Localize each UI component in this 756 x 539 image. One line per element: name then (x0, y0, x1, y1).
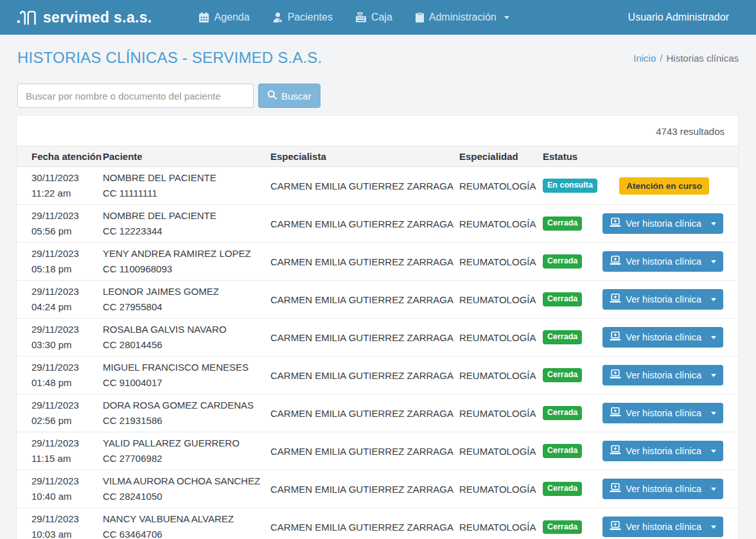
patient-name: NANCY VALBUENA ALVAREZ (103, 511, 270, 527)
table-header-row: Fecha atención Paciente Especialista Esp… (17, 146, 738, 167)
nav-item-administracion[interactable]: Administración (416, 12, 509, 23)
patient-name: YALID PALLAREZ GUERRERO (103, 436, 270, 451)
chevron-down-icon (711, 374, 716, 377)
specialty: REUMATOLOGÍA (459, 446, 536, 457)
patient-document: CC 28241050 (103, 489, 270, 504)
view-history-button[interactable]: Ver historia clínica (602, 289, 723, 310)
laptop-medical-icon (610, 331, 621, 343)
attention-time: 11:15 am (31, 451, 103, 466)
view-history-label: Ver historia clínica (626, 484, 701, 494)
table-row: 29/11/2023 02:56 pm DORA ROSA GOMEZ CARD… (17, 394, 738, 432)
cash-register-icon (356, 12, 366, 22)
specialty: REUMATOLOGÍA (459, 370, 536, 381)
patient-document: CC 28014456 (103, 337, 270, 353)
nav-item-caja[interactable]: Caja (356, 12, 392, 23)
nav-item-pacientes[interactable]: Pacientes (273, 12, 333, 23)
column-header-actions (601, 146, 738, 167)
specialty: REUMATOLOGÍA (459, 522, 536, 533)
laptop-medical-icon (610, 294, 621, 305)
specialist-name: CARMEN EMILIA GUTIERREZ ZARRAGA (270, 370, 453, 381)
view-history-button[interactable]: Ver historia clínica (602, 441, 723, 461)
view-history-button[interactable]: Ver historia clínica (602, 327, 723, 348)
patient-name: LEONOR JAIMES GOMEZ (103, 284, 270, 299)
specialty: REUMATOLOGÍA (459, 218, 536, 229)
attention-date: 29/11/2023 (31, 473, 103, 489)
chevron-down-icon (711, 412, 716, 415)
chevron-down-icon (711, 450, 716, 453)
attention-time: 01:48 pm (31, 375, 103, 391)
laptop-medical-icon (610, 483, 621, 495)
patient-document: CC 1100968093 (103, 261, 270, 277)
attention-date: 29/11/2023 (31, 436, 103, 451)
patient-document: CC 63464706 (103, 527, 270, 539)
view-history-button[interactable]: Ver historia clínica (602, 479, 723, 499)
attention-time: 05:18 pm (31, 261, 103, 277)
status-badge: Cerrada (543, 406, 582, 420)
specialist-name: CARMEN EMILIA GUTIERREZ ZARRAGA (270, 332, 453, 343)
status-badge: Cerrada (543, 368, 582, 382)
patient-name: NOMBRE DEL PACIENTE (103, 170, 270, 186)
laptop-medical-icon (610, 369, 621, 381)
records-table: Fecha atención Paciente Especialista Esp… (17, 146, 738, 539)
patient-document: CC 21931586 (103, 413, 270, 429)
attention-date: 29/11/2023 (31, 398, 103, 413)
specialist-name: CARMEN EMILIA GUTIERREZ ZARRAGA (270, 408, 453, 419)
view-history-button[interactable]: Ver historia clínica (602, 251, 723, 272)
status-badge: En consulta (543, 179, 597, 192)
view-history-label: Ver historia clínica (626, 218, 701, 229)
search-button[interactable]: Buscar (258, 84, 321, 108)
patient-document: CC 91004017 (103, 375, 270, 391)
patient-name: VILMA AURORA OCHOA SANCHEZ (103, 473, 270, 489)
attention-time: 10:40 am (31, 489, 103, 504)
nav-item-agenda[interactable]: Agenda (199, 12, 249, 23)
table-row: 29/11/2023 04:24 pm LEONOR JAIMES GOMEZ … (17, 281, 738, 319)
patient-document: CC 11111111 (103, 186, 270, 201)
attention-time: 03:30 pm (31, 337, 103, 353)
view-history-button[interactable]: Ver historia clínica (602, 213, 723, 234)
column-header-especialista: Especialista (270, 146, 459, 167)
brand[interactable]: servimed s.a.s. (17, 8, 152, 27)
chevron-down-icon (711, 488, 716, 491)
laptop-medical-icon (610, 407, 621, 419)
attention-time: 05:56 pm (31, 224, 103, 239)
chevron-down-icon (711, 336, 716, 339)
chevron-down-icon (711, 222, 716, 225)
view-history-label: Ver historia clínica (626, 256, 701, 267)
breadcrumb-current: Historias clínicas (666, 53, 739, 64)
view-history-label: Ver historia clínica (626, 522, 701, 532)
breadcrumb-inicio[interactable]: Inicio (633, 53, 656, 64)
chevron-down-icon (711, 526, 716, 529)
status-badge: Cerrada (543, 254, 582, 268)
calendar-icon (199, 12, 209, 22)
attention-time: 10:03 am (31, 527, 103, 539)
page-header: HISTORIAS CLÍNICAS - SERVIMED S.A.S. Ini… (0, 35, 756, 67)
nav-user[interactable]: Usuario Administrador (628, 12, 729, 23)
patient-name: DORA ROSA GOMEZ CARDENAS (103, 398, 270, 413)
attention-time: 02:56 pm (31, 413, 103, 429)
table-row: 29/11/2023 03:30 pm ROSALBA GALVIS NAVAR… (17, 319, 738, 357)
view-history-button[interactable]: Ver historia clínica (602, 365, 723, 385)
specialist-name: CARMEN EMILIA GUTIERREZ ZARRAGA (270, 218, 453, 229)
specialist-name: CARMEN EMILIA GUTIERREZ ZARRAGA (270, 446, 453, 457)
specialty: REUMATOLOGÍA (459, 294, 536, 305)
patient-name: NOMBRE DEL PACIENTE (103, 208, 270, 224)
attention-date: 30/11/2023 (31, 170, 103, 186)
brand-text: servimed s.a.s. (43, 9, 152, 26)
patient-document: CC 12223344 (103, 224, 270, 239)
view-history-label: Ver historia clínica (626, 332, 701, 342)
specialist-name: CARMEN EMILIA GUTIERREZ ZARRAGA (270, 256, 453, 267)
patient-document: CC 27955804 (103, 299, 270, 315)
view-history-button[interactable]: Ver historia clínica (602, 517, 723, 537)
attention-time: 11:22 am (31, 186, 103, 201)
status-badge: Cerrada (543, 444, 582, 457)
search-input[interactable] (17, 84, 254, 108)
chevron-down-icon (711, 298, 716, 301)
laptop-medical-icon (610, 218, 621, 229)
table-row: 29/11/2023 11:15 am YALID PALLAREZ GUERR… (17, 432, 738, 470)
patient-document: CC 27706982 (103, 451, 270, 466)
patient-name: ROSALBA GALVIS NAVARO (103, 322, 270, 337)
patient-icon (273, 12, 283, 22)
column-header-paciente: Paciente (103, 146, 270, 167)
patient-name: YENY ANDREA RAMIREZ LOPEZ (103, 246, 270, 261)
view-history-button[interactable]: Ver historia clínica (602, 403, 723, 423)
